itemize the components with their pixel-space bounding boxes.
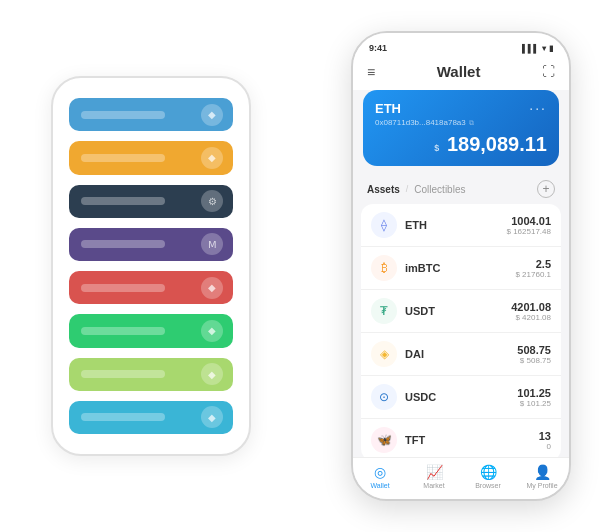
main-phone: 9:41 ▌▌▌ ▾ ▮ ≡ Wallet ⛶ ETH ··· 0x08711d [351,31,571,501]
page-title: Wallet [437,63,481,80]
browser-nav-label: Browser [475,482,501,489]
scene: ◆ ◆ ⚙ Ⅿ ◆ ◆ ◆ ◆ [11,11,591,521]
card-label [81,413,165,421]
eth-card-menu-icon[interactable]: ··· [529,100,547,116]
card-icon: Ⅿ [201,233,223,255]
asset-name-usdt: USDT [405,305,503,317]
card-icon: ◆ [201,147,223,169]
list-item[interactable]: ◆ [69,358,233,391]
asset-values-usdt: 4201.08 $ 4201.08 [511,301,551,322]
add-asset-button[interactable]: + [537,180,555,198]
balance-amount: 189,089.11 [447,133,547,155]
signal-icon: ▌▌▌ [522,44,539,53]
status-bar: 9:41 ▌▌▌ ▾ ▮ [353,33,569,57]
tab-collectibles[interactable]: Collectibles [414,184,465,195]
asset-values-usdc: 101.25 $ 101.25 [517,387,551,408]
nav-market[interactable]: 📈 Market [414,464,454,489]
list-item[interactable]: ◆ [69,271,233,304]
assets-tabs: Assets / Collectibles [367,184,465,195]
tab-divider: / [406,184,409,194]
table-row[interactable]: ◈ DAI 508.75 $ 508.75 [361,333,561,376]
background-phone: ◆ ◆ ⚙ Ⅿ ◆ ◆ ◆ ◆ [51,76,251,456]
profile-nav-icon: 👤 [534,464,551,480]
status-icons: ▌▌▌ ▾ ▮ [522,44,553,53]
assets-header: Assets / Collectibles + [353,174,569,204]
list-item[interactable]: Ⅿ [69,228,233,261]
asset-name-imbtc: imBTC [405,262,507,274]
list-item[interactable]: ◆ [69,314,233,347]
table-row[interactable]: ⊙ USDC 101.25 $ 101.25 [361,376,561,419]
profile-nav-label: My Profile [526,482,557,489]
card-icon: ◆ [201,406,223,428]
balance-currency-label: $ [434,143,439,153]
eth-card-address: 0x08711d3b...8418a78a3 ⧉ [375,118,547,127]
card-icon: ◆ [201,277,223,299]
asset-values-imbtc: 2.5 $ 21760.1 [515,258,551,279]
nav-wallet[interactable]: ◎ Wallet [360,464,400,489]
asset-name-tft: TFT [405,434,531,446]
asset-name-usdc: USDC [405,391,509,403]
battery-icon: ▮ [549,44,553,53]
wifi-icon: ▾ [542,44,546,53]
list-item[interactable]: ◆ [69,98,233,131]
table-row[interactable]: ₮ USDT 4201.08 $ 4201.08 [361,290,561,333]
tft-icon: 🦋 [371,427,397,453]
asset-name-dai: DAI [405,348,509,360]
eth-card-title: ETH [375,101,401,116]
nav-profile[interactable]: 👤 My Profile [522,464,562,489]
dai-icon: ◈ [371,341,397,367]
wallet-nav-label: Wallet [370,482,389,489]
eth-icon: ⟠ [371,212,397,238]
wallet-nav-icon: ◎ [374,464,386,480]
list-item[interactable]: ◆ [69,141,233,174]
card-icon: ⚙ [201,190,223,212]
nav-browser[interactable]: 🌐 Browser [468,464,508,489]
menu-icon[interactable]: ≡ [367,64,375,80]
imbtc-icon: ₿ [371,255,397,281]
card-label [81,370,165,378]
card-icon: ◆ [201,104,223,126]
expand-icon[interactable]: ⛶ [542,64,555,79]
asset-values-eth: 1004.01 $ 162517.48 [507,215,552,236]
asset-values-tft: 13 0 [539,430,551,451]
table-row[interactable]: ⟠ ETH 1004.01 $ 162517.48 [361,204,561,247]
card-label [81,197,165,205]
card-icon: ◆ [201,363,223,385]
table-row[interactable]: 🦋 TFT 13 0 [361,419,561,457]
list-item[interactable]: ⚙ [69,185,233,218]
asset-name-eth: ETH [405,219,499,231]
usdt-icon: ₮ [371,298,397,324]
browser-nav-icon: 🌐 [480,464,497,480]
copy-icon[interactable]: ⧉ [469,119,474,127]
card-label [81,284,165,292]
status-time: 9:41 [369,43,387,53]
usdc-icon: ⊙ [371,384,397,410]
card-label [81,240,165,248]
market-nav-icon: 📈 [426,464,443,480]
card-label [81,327,165,335]
card-icon: ◆ [201,320,223,342]
list-item[interactable]: ◆ [69,401,233,434]
card-label [81,111,165,119]
asset-list: ⟠ ETH 1004.01 $ 162517.48 ₿ imBTC [361,204,561,457]
card-label [81,154,165,162]
eth-card-header: ETH ··· [375,100,547,116]
eth-card-balance: $ 189,089.11 [375,133,547,156]
tab-assets[interactable]: Assets [367,184,400,195]
bottom-nav: ◎ Wallet 📈 Market 🌐 Browser 👤 My Profile [353,457,569,499]
table-row[interactable]: ₿ imBTC 2.5 $ 21760.1 [361,247,561,290]
eth-card[interactable]: ETH ··· 0x08711d3b...8418a78a3 ⧉ $ 189,0… [363,90,559,166]
market-nav-label: Market [423,482,444,489]
phone-content: ETH ··· 0x08711d3b...8418a78a3 ⧉ $ 189,0… [353,90,569,457]
phone-header: ≡ Wallet ⛶ [353,57,569,90]
asset-values-dai: 508.75 $ 508.75 [517,344,551,365]
